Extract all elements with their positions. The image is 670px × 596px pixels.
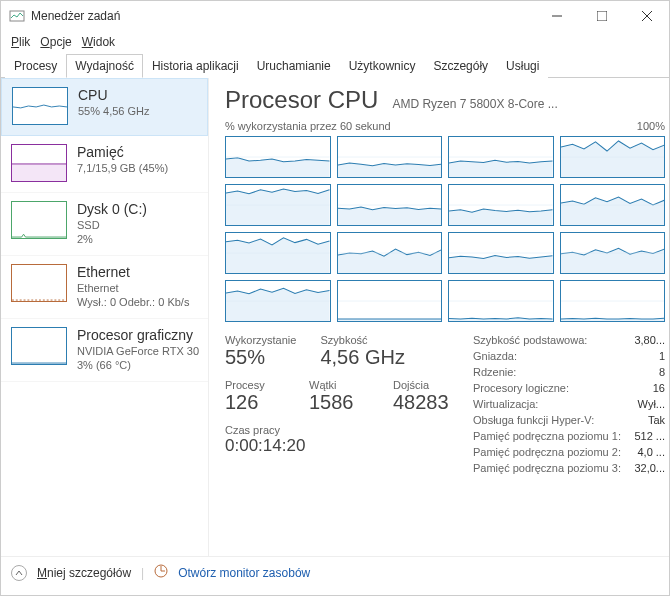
menu-file[interactable]: Plik [7,33,34,51]
resource-monitor-icon [154,564,168,581]
tab-processes[interactable]: Procesy [5,54,66,78]
processes-label: Procesy [225,379,285,391]
virtualization-label: Wirtualizacja: [473,398,538,410]
ethernet-thumb-icon [11,264,67,302]
sidebar-item-ethernet[interactable]: Ethernet Ethernet Wysł.: 0 Odebr.: 0 Kb/… [1,256,208,319]
svg-marker-28 [561,248,665,273]
core-cell-8 [225,232,331,274]
tab-startup[interactable]: Uruchamianie [248,54,340,78]
core-cell-0 [225,136,331,178]
l1-label: Pamięć podręczna poziomu 1: [473,430,621,442]
core-cell-1 [337,136,443,178]
core-cell-11 [560,232,666,274]
uptime-label: Czas pracy [225,424,453,436]
core-cell-2 [448,136,554,178]
app-icon [9,8,25,24]
menu-view[interactable]: Widok [78,33,119,51]
core-cell-14 [448,280,554,322]
core-cell-13 [337,280,443,322]
speed-label: Szybkość [320,334,404,346]
threads-value: 1586 [309,391,369,414]
core-cell-4 [225,184,331,226]
sockets-label: Gniazda: [473,350,517,362]
cpu-thumb-icon [12,87,68,125]
ethernet-sub1: Ethernet [77,282,189,294]
memory-title: Pamięć [77,144,168,160]
utilization-value: 55% [225,346,296,369]
virtualization-value: Wył... [638,398,665,410]
base-speed-label: Szybkość podstawowa: [473,334,587,346]
svg-marker-20 [561,197,665,225]
window-title: Menedżer zadań [31,9,534,23]
cpu-model: AMD Ryzen 7 5800X 8-Core ... [392,97,665,111]
menu-options[interactable]: Opcje [36,33,75,51]
logical-value: 16 [653,382,665,394]
tab-services[interactable]: Usługi [497,54,548,78]
ethernet-sub2: Wysł.: 0 Odebr.: 0 Kb/s [77,296,189,308]
uptime-value: 0:00:14:20 [225,436,453,456]
open-resource-monitor-link[interactable]: Otwórz monitor zasobów [178,566,310,580]
disk-sub1: SSD [77,219,147,231]
svg-marker-16 [338,207,442,225]
svg-rect-0 [10,11,24,21]
graph-max: 100% [637,120,665,132]
core-cell-10 [448,232,554,274]
threads-label: Wątki [309,379,369,391]
l1-value: 512 ... [634,430,665,442]
core-cell-7 [560,184,666,226]
graph-label: % wykorzystania przez 60 sekund [225,120,391,132]
core-grid[interactable] [225,136,665,322]
sockets-value: 1 [659,350,665,362]
maximize-button[interactable] [579,1,624,31]
svg-marker-22 [226,238,330,273]
svg-marker-14 [226,189,330,225]
base-speed-value: 3,80... [634,334,665,346]
sidebar-item-memory[interactable]: Pamięć 7,1/15,9 GB (45%) [1,136,208,193]
logical-label: Procesory logiczne: [473,382,569,394]
cpu-sub: 55% 4,56 GHz [78,105,150,117]
svg-rect-2 [597,11,607,21]
core-cell-12 [225,280,331,322]
sidebar-item-disk[interactable]: Dysk 0 (C:) SSD 2% [1,193,208,256]
gpu-sub1: NVIDIA GeForce RTX 30 [77,345,198,357]
cpu-title: CPU [78,87,150,103]
gpu-title: Procesor graficzny [77,327,198,343]
gpu-sub2: 3% (66 °C) [77,359,198,371]
l2-value: 4,0 ... [637,446,665,458]
sidebar: CPU 55% 4,56 GHz Pamięć 7,1/15,9 GB (45%… [1,78,209,556]
sidebar-item-cpu[interactable]: CPU 55% 4,56 GHz [1,78,208,136]
close-button[interactable] [624,1,669,31]
svg-marker-30 [226,288,330,321]
l2-label: Pamięć podręczna poziomu 2: [473,446,621,458]
disk-sub2: 2% [77,233,147,245]
tab-users[interactable]: Użytkownicy [340,54,425,78]
hyperv-label: Obsługa funkcji Hyper-V: [473,414,594,426]
sidebar-item-gpu[interactable]: Procesor graficzny NVIDIA GeForce RTX 30… [1,319,208,382]
svg-rect-5 [12,164,66,181]
minimize-button[interactable] [534,1,579,31]
cores-label: Rdzenie: [473,366,516,378]
core-cell-6 [448,184,554,226]
utilization-label: Wykorzystanie [225,334,296,346]
chevron-up-icon[interactable] [11,565,27,581]
tab-performance[interactable]: Wydajność [66,54,143,78]
tab-app-history[interactable]: Historia aplikacji [143,54,248,78]
disk-title: Dysk 0 (C:) [77,201,147,217]
svg-marker-26 [449,255,553,273]
cores-value: 8 [659,366,665,378]
core-cell-3 [560,136,666,178]
main-panel: Procesor CPU AMD Ryzen 7 5800X 8-Core ..… [209,78,669,556]
page-title: Procesor CPU [225,86,378,114]
core-cell-15 [560,280,666,322]
l3-label: Pamięć podręczna poziomu 3: [473,462,621,474]
memory-thumb-icon [11,144,67,182]
core-cell-5 [337,184,443,226]
fewer-details-link[interactable]: Mniej szczegółów [37,566,131,580]
memory-sub: 7,1/15,9 GB (45%) [77,162,168,174]
tab-details[interactable]: Szczegóły [424,54,497,78]
handles-label: Dojścia [393,379,453,391]
hyperv-value: Tak [648,414,665,426]
speed-value: 4,56 GHz [320,346,404,369]
handles-value: 48283 [393,391,453,414]
processes-value: 126 [225,391,285,414]
